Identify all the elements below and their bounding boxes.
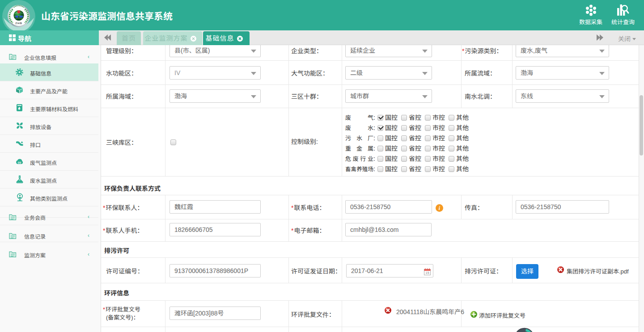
svg-text:ZHB: ZHB bbox=[15, 21, 22, 25]
svg-text:15: 15 bbox=[425, 271, 429, 275]
svg-text:co: co bbox=[18, 161, 21, 164]
